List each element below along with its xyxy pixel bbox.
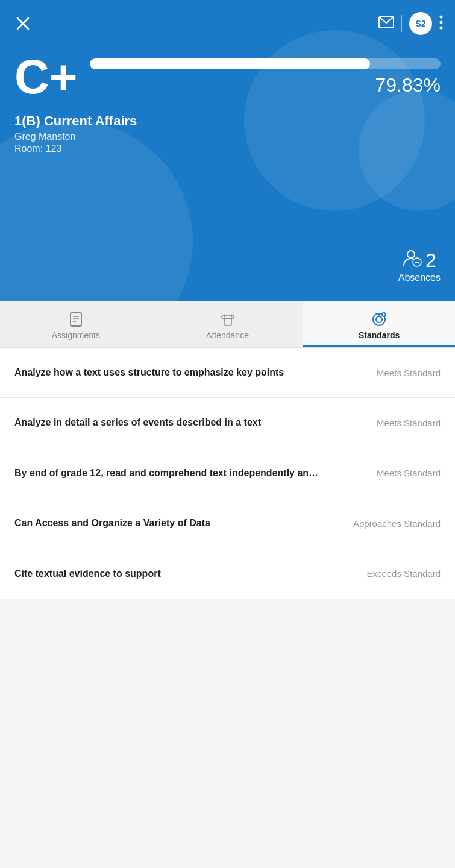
header-action-icons: S2 (378, 12, 443, 35)
standard-row[interactable]: Can Access and Organize a Variety of Dat… (0, 498, 455, 549)
header-divider (401, 15, 402, 32)
standards-list: Analyze how a text uses structure to emp… (0, 348, 455, 599)
header: S2 C+ 79.83% 1(B) Current Affairs (0, 0, 455, 301)
class-name: 1(B) Current Affairs (14, 113, 441, 129)
standard-text-4: Can Access and Organize a Variety of Dat… (14, 517, 353, 530)
standard-row[interactable]: Analyze in detail a series of events des… (0, 398, 455, 448)
more-options-icon[interactable] (439, 15, 443, 33)
svg-point-3 (440, 15, 443, 18)
mail-icon[interactable] (378, 16, 394, 31)
room-info: Room: 123 (14, 143, 441, 154)
standard-status-3: Meets Standard (362, 468, 441, 478)
class-info: 1(B) Current Affairs Greg Manston Room: … (0, 101, 455, 154)
svg-point-4 (440, 20, 443, 24)
svg-rect-9 (71, 313, 81, 326)
tab-assignments[interactable]: Assignments (0, 301, 152, 347)
standards-icon (371, 311, 388, 328)
avatar[interactable]: S2 (409, 12, 432, 35)
tab-attendance-label: Attendance (206, 330, 249, 340)
teacher-name: Greg Manston (14, 131, 441, 142)
absence-count: 2 (425, 250, 436, 272)
standard-status-4: Approaches Standard (353, 518, 441, 529)
absences-section: 2 Absences (398, 249, 441, 283)
grade-section: C+ 79.83% (0, 35, 455, 101)
svg-point-18 (376, 316, 382, 322)
grade-bar-section: 79.83% (90, 58, 441, 96)
header-top-bar: S2 (0, 0, 455, 35)
tab-assignments-label: Assignments (52, 330, 100, 340)
svg-point-5 (440, 26, 443, 29)
grade-letter: C+ (14, 53, 78, 101)
svg-rect-14 (224, 318, 231, 326)
standard-status-5: Exceeds Standard (362, 568, 441, 579)
attendance-icon (219, 311, 236, 328)
tabs-bar: Assignments Attendance Standards (0, 301, 455, 348)
absence-person-icon (403, 249, 422, 272)
standard-text-5: Cite textual evidence to support (14, 567, 362, 580)
absences-icon-row: 2 (403, 249, 436, 272)
progress-bar-fill (90, 58, 370, 69)
tab-attendance[interactable]: Attendance (152, 301, 304, 347)
standard-row[interactable]: Analyze how a text uses structure to emp… (0, 348, 455, 398)
tab-standards[interactable]: Standards (303, 301, 455, 347)
standard-text-3: By end of grade 12, read and comprehend … (14, 467, 362, 480)
standard-row[interactable]: Cite textual evidence to support Exceeds… (0, 549, 455, 599)
tab-standards-label: Standards (359, 330, 400, 340)
standard-row[interactable]: By end of grade 12, read and comprehend … (0, 448, 455, 498)
svg-point-6 (407, 251, 415, 258)
grade-percent: 79.83% (90, 74, 441, 96)
close-button[interactable] (12, 13, 34, 34)
standard-text-2: Analyze in detail a series of events des… (14, 416, 362, 429)
progress-bar-container (90, 58, 441, 69)
assignments-icon (67, 311, 84, 328)
standard-text-1: Analyze how a text uses structure to emp… (14, 366, 362, 379)
absences-label: Absences (398, 272, 441, 283)
standard-status-1: Meets Standard (362, 368, 441, 378)
standard-status-2: Meets Standard (362, 418, 441, 428)
